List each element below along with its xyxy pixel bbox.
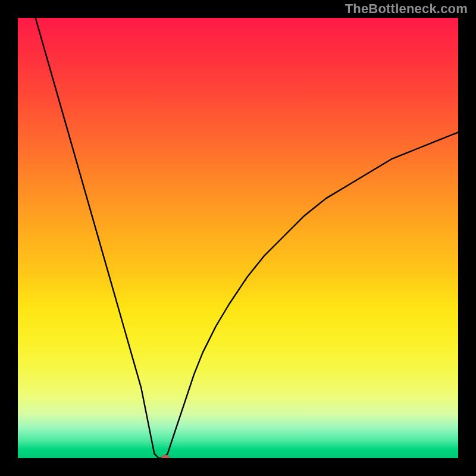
curve-path — [36, 18, 458, 458]
bottleneck-curve — [18, 18, 458, 458]
plot-area — [18, 18, 458, 458]
chart-frame: TheBottleneck.com — [0, 0, 476, 476]
optimal-marker — [161, 455, 170, 459]
watermark-text: TheBottleneck.com — [345, 1, 468, 17]
